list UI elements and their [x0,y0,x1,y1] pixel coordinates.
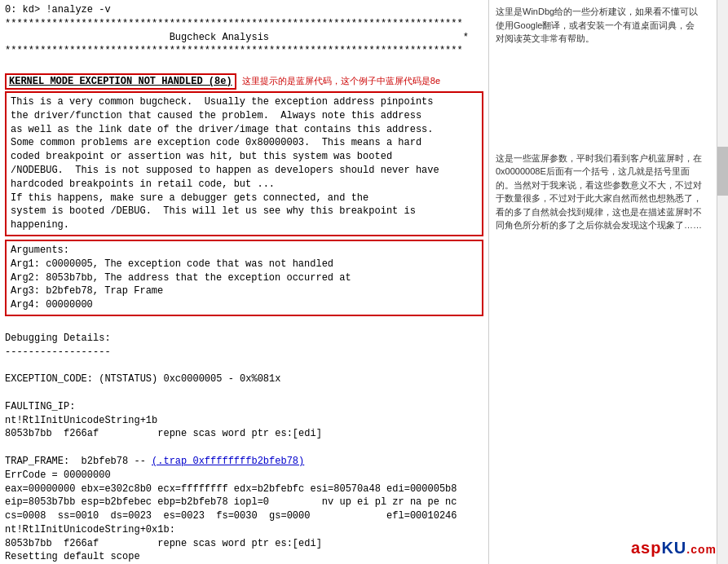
blank-after-fip [5,441,483,455]
arg1: Arg1: c0000005, The exception code that … [11,258,478,271]
right-note-2: 这是一些蓝屏参数，平时我们看到客户机蓝屏时，在0x0000008E后面有一个括号… [496,152,703,232]
desc-line-10: happening. [11,218,478,232]
resetting-line: Resetting default scope [5,550,483,564]
watermark: aspKU.com [631,539,717,557]
blank-after-sep [5,359,483,372]
stars-top: ****************************************… [5,17,483,31]
scrollbar[interactable] [717,0,728,564]
regs2: eip=8053b7bb esp=b2bfebec ebp=b2bfeb78 i… [5,496,483,509]
desc-line-8: If this happens, make sure a debugger ge… [11,192,478,205]
desc-line-5: coded breakpoint or assertion was hit, b… [11,150,478,164]
command-line: 0: kd> !analyze -v [5,3,483,17]
arg2: Arg2: 8053b7bb, The address that the exc… [11,271,478,285]
arg3: Arg3: b2bfeb78, Trap Frame [11,284,478,298]
trap-frame-link[interactable]: (.trap 0xffffffffb2bfeb78) [152,456,304,467]
faulting-ip-code: 8053b7bb f266af repne scas word ptr es:[… [5,427,483,441]
desc-line-3: as well as the link date of the driver/i… [11,123,478,137]
right-note-1: 这里是WinDbg给的一些分析建议，如果看不懂可以使用Google翻译，或者安装… [496,5,703,46]
regs1: eax=00000000 ebx=e302c8b0 ecx=ffffffff e… [5,482,483,496]
desc-line-2: the driver/function that caused the prob… [11,109,478,123]
separator: ------------------ [5,346,483,359]
desc-line-7: hardcoded breakpoints in retail code, bu… [11,178,478,192]
kernel-title-line: KERNEL_MODE_EXCEPTION_NOT_HANDLED (8e) 这… [5,73,483,90]
faulting-ip-func: nt!RtlInitUnicodeString+1b [5,414,483,428]
args-label: Arguments: [11,244,478,258]
faulting-ip-label: FAULTING_IP: [5,400,483,414]
main-container: 0: kd> !analyze -v *********************… [0,0,728,564]
desc-line-6: /NODEBUG. This is not supposed to happen… [11,164,478,178]
blank-after-exc [5,386,483,400]
title-line: Bugcheck Analysis * [5,31,483,45]
right-annotation-panel: 这里是WinDbg给的一些分析建议，如果看不懂可以使用Google翻译，或者安装… [489,0,709,564]
terminal-panel: 0: kd> !analyze -v *********************… [0,0,489,564]
trap-frame-line: TRAP_FRAME: b2bfeb78 -- (.trap 0xfffffff… [5,455,483,469]
regs5: 8053b7bb f266af repne scas word ptr es:[… [5,537,483,551]
description-box: This is a very common bugcheck. Usually … [5,91,483,236]
blank-line [5,58,483,72]
kernel-title: KERNEL_MODE_EXCEPTION_NOT_HANDLED (8e) [5,73,236,90]
arg4: Arg4: 00000000 [11,298,478,312]
arguments-box: Arguments: Arg1: c0000005, The exception… [5,240,483,316]
scrollbar-thumb[interactable] [717,147,728,196]
blank-after-args [5,318,483,332]
err-code: ErrCode = 00000000 [5,469,483,482]
debugging-details: Debugging Details: [5,332,483,346]
desc-line-4: Some common problems are exception code … [11,136,478,150]
desc-line-1: This is a very common bugcheck. Usually … [11,95,478,109]
kernel-title-note: 这里提示的是蓝屏代码，这个例子中蓝屏代码是8e [242,76,440,86]
desc-line-9: system is booted /DEBUG. This will let u… [11,205,478,218]
stars-bottom: ****************************************… [5,44,483,58]
exception-code: EXCEPTION_CODE: (NTSTATUS) 0xc0000005 - … [5,372,483,386]
regs3: cs=0008 ss=0010 ds=0023 es=0023 fs=0030 … [5,509,483,523]
regs4: nt!RtlInitUnicodeString+0x1b: [5,523,483,537]
